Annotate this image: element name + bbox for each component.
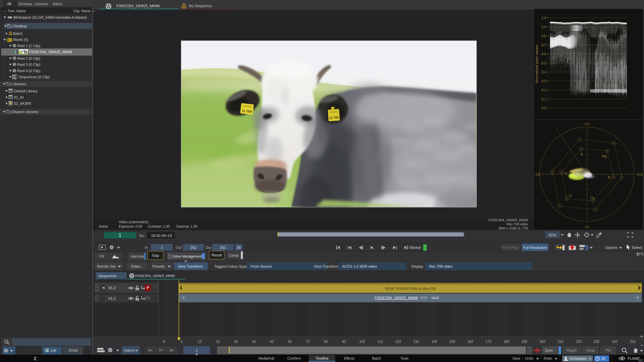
svg-text:0.7: 0.7 xyxy=(541,43,546,47)
svg-text:+Cb: +Cb xyxy=(636,172,643,176)
svg-text:0.5: 0.5 xyxy=(541,61,546,65)
svg-text:+Cr: +Cr xyxy=(584,122,590,126)
svg-text:1.0: 1.0 xyxy=(541,16,546,20)
svg-text:Yl: Yl xyxy=(564,171,567,175)
svg-text:-Cb: -Cb xyxy=(534,172,540,176)
svg-text:B: B xyxy=(608,175,610,180)
svg-text:0.6: 0.6 xyxy=(541,52,546,56)
svg-text:0.1: 0.1 xyxy=(541,97,546,101)
svg-text:0.2: 0.2 xyxy=(541,88,546,92)
svg-text:Cy: Cy xyxy=(590,196,595,200)
svg-text:G: G xyxy=(569,194,572,198)
svg-text:0.9: 0.9 xyxy=(541,25,546,29)
svg-text:-Cr: -Cr xyxy=(584,225,590,229)
svg-text:Normalized pixel values: Normalized pixel values xyxy=(534,45,539,83)
svg-text:0.3: 0.3 xyxy=(541,79,546,83)
svg-text:R: R xyxy=(580,152,583,156)
svg-text:0.0: 0.0 xyxy=(541,106,546,110)
svg-text:11 700: 11 700 xyxy=(329,115,339,120)
svg-text:0.4: 0.4 xyxy=(541,70,546,74)
svg-text:0.8: 0.8 xyxy=(541,34,546,38)
svg-text:Mg: Mg xyxy=(602,154,607,158)
